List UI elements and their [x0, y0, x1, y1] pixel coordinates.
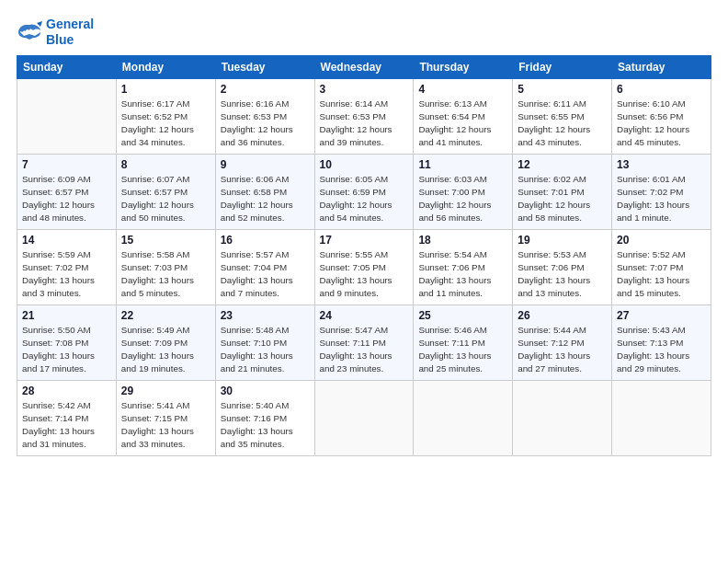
day-number: 28	[22, 385, 111, 397]
page-header: General Blue	[17, 17, 711, 48]
day-info: Sunrise: 5:52 AM Sunset: 7:07 PM Dayligh…	[617, 248, 706, 301]
day-number: 10	[320, 158, 409, 171]
calendar-week-row: 21Sunrise: 5:50 AM Sunset: 7:08 PM Dayli…	[17, 304, 711, 380]
logo-text: General Blue	[46, 17, 94, 48]
day-info: Sunrise: 6:13 AM Sunset: 6:54 PM Dayligh…	[418, 98, 507, 150]
day-info: Sunrise: 5:42 AM Sunset: 7:14 PM Dayligh…	[22, 399, 111, 452]
weekday-header: Friday	[513, 55, 612, 78]
calendar-cell: 10Sunrise: 6:05 AM Sunset: 6:59 PM Dayli…	[314, 154, 414, 229]
day-info: Sunrise: 5:48 AM Sunset: 7:10 PM Dayligh…	[221, 324, 310, 376]
calendar-week-row: 28Sunrise: 5:42 AM Sunset: 7:14 PM Dayli…	[17, 380, 711, 455]
calendar-cell: 22Sunrise: 5:49 AM Sunset: 7:09 PM Dayli…	[116, 304, 215, 380]
calendar-cell: 21Sunrise: 5:50 AM Sunset: 7:08 PM Dayli…	[17, 304, 117, 380]
calendar-week-row: 14Sunrise: 5:59 AM Sunset: 7:02 PM Dayli…	[17, 229, 711, 304]
calendar-cell: 18Sunrise: 5:54 AM Sunset: 7:06 PM Dayli…	[414, 229, 513, 304]
day-number: 18	[418, 234, 507, 247]
day-info: Sunrise: 5:49 AM Sunset: 7:09 PM Dayligh…	[121, 324, 210, 376]
day-info: Sunrise: 6:09 AM Sunset: 6:57 PM Dayligh…	[22, 173, 111, 225]
day-info: Sunrise: 5:40 AM Sunset: 7:16 PM Dayligh…	[221, 399, 310, 452]
weekday-header: Sunday	[17, 55, 117, 78]
day-info: Sunrise: 5:46 AM Sunset: 7:11 PM Dayligh…	[418, 324, 507, 376]
day-number: 8	[121, 158, 210, 171]
day-number: 13	[617, 158, 706, 171]
day-info: Sunrise: 5:55 AM Sunset: 7:05 PM Dayligh…	[320, 248, 409, 301]
day-number: 30	[221, 385, 310, 397]
day-number: 21	[22, 309, 111, 322]
day-number: 17	[320, 234, 409, 247]
calendar-table: SundayMondayTuesdayWednesdayThursdayFrid…	[17, 55, 711, 456]
day-info: Sunrise: 6:01 AM Sunset: 7:02 PM Dayligh…	[617, 173, 706, 225]
day-info: Sunrise: 5:44 AM Sunset: 7:12 PM Dayligh…	[518, 324, 607, 376]
day-number: 29	[121, 385, 210, 397]
calendar-cell: 19Sunrise: 5:53 AM Sunset: 7:06 PM Dayli…	[513, 229, 612, 304]
day-info: Sunrise: 6:11 AM Sunset: 6:55 PM Dayligh…	[518, 98, 607, 150]
calendar-cell: 13Sunrise: 6:01 AM Sunset: 7:02 PM Dayli…	[612, 154, 711, 229]
calendar-week-row: 1Sunrise: 6:17 AM Sunset: 6:52 PM Daylig…	[17, 78, 711, 154]
day-info: Sunrise: 6:03 AM Sunset: 7:00 PM Dayligh…	[418, 173, 507, 225]
day-info: Sunrise: 5:43 AM Sunset: 7:13 PM Dayligh…	[617, 324, 706, 376]
day-number: 11	[418, 158, 507, 171]
day-number: 9	[221, 158, 310, 171]
day-number: 3	[320, 83, 409, 96]
day-info: Sunrise: 5:41 AM Sunset: 7:15 PM Dayligh…	[121, 399, 210, 452]
day-info: Sunrise: 5:59 AM Sunset: 7:02 PM Dayligh…	[22, 248, 111, 301]
svg-marker-0	[37, 21, 42, 27]
day-number: 15	[121, 234, 210, 247]
calendar-cell: 8Sunrise: 6:07 AM Sunset: 6:57 PM Daylig…	[116, 154, 215, 229]
page-container: General Blue SundayMondayTuesdayWednesda…	[0, 0, 728, 465]
calendar-cell: 25Sunrise: 5:46 AM Sunset: 7:11 PM Dayli…	[414, 304, 513, 380]
day-number: 5	[518, 83, 607, 96]
day-info: Sunrise: 6:02 AM Sunset: 7:01 PM Dayligh…	[518, 173, 607, 225]
day-info: Sunrise: 5:47 AM Sunset: 7:11 PM Dayligh…	[320, 324, 409, 376]
weekday-header: Thursday	[414, 55, 513, 78]
calendar-cell: 20Sunrise: 5:52 AM Sunset: 7:07 PM Dayli…	[612, 229, 711, 304]
day-number: 23	[221, 309, 310, 322]
day-number: 22	[121, 309, 210, 322]
calendar-cell: 23Sunrise: 5:48 AM Sunset: 7:10 PM Dayli…	[215, 304, 314, 380]
calendar-cell: 30Sunrise: 5:40 AM Sunset: 7:16 PM Dayli…	[215, 380, 314, 455]
calendar-cell: 27Sunrise: 5:43 AM Sunset: 7:13 PM Dayli…	[612, 304, 711, 380]
day-info: Sunrise: 6:17 AM Sunset: 6:52 PM Dayligh…	[121, 98, 210, 150]
weekday-header: Tuesday	[215, 55, 314, 78]
calendar-cell: 4Sunrise: 6:13 AM Sunset: 6:54 PM Daylig…	[414, 78, 513, 154]
calendar-cell	[17, 78, 117, 154]
calendar-cell: 12Sunrise: 6:02 AM Sunset: 7:01 PM Dayli…	[513, 154, 612, 229]
calendar-cell: 15Sunrise: 5:58 AM Sunset: 7:03 PM Dayli…	[116, 229, 215, 304]
calendar-cell: 5Sunrise: 6:11 AM Sunset: 6:55 PM Daylig…	[513, 78, 612, 154]
day-number: 25	[418, 309, 507, 322]
calendar-cell: 26Sunrise: 5:44 AM Sunset: 7:12 PM Dayli…	[513, 304, 612, 380]
weekday-header: Saturday	[612, 55, 711, 78]
day-number: 24	[320, 309, 409, 322]
calendar-cell: 29Sunrise: 5:41 AM Sunset: 7:15 PM Dayli…	[116, 380, 215, 455]
calendar-cell: 9Sunrise: 6:06 AM Sunset: 6:58 PM Daylig…	[215, 154, 314, 229]
calendar-cell: 6Sunrise: 6:10 AM Sunset: 6:56 PM Daylig…	[612, 78, 711, 154]
calendar-cell: 2Sunrise: 6:16 AM Sunset: 6:53 PM Daylig…	[215, 78, 314, 154]
day-number: 2	[221, 83, 310, 96]
day-number: 7	[22, 158, 111, 171]
calendar-cell: 17Sunrise: 5:55 AM Sunset: 7:05 PM Dayli…	[314, 229, 414, 304]
calendar-cell	[513, 380, 612, 455]
day-info: Sunrise: 5:58 AM Sunset: 7:03 PM Dayligh…	[121, 248, 210, 301]
logo: General Blue	[17, 17, 94, 48]
day-info: Sunrise: 6:14 AM Sunset: 6:53 PM Dayligh…	[320, 98, 409, 150]
day-number: 27	[617, 309, 706, 322]
day-info: Sunrise: 6:07 AM Sunset: 6:57 PM Dayligh…	[121, 173, 210, 225]
day-number: 14	[22, 234, 111, 247]
calendar-cell: 11Sunrise: 6:03 AM Sunset: 7:00 PM Dayli…	[414, 154, 513, 229]
calendar-cell: 7Sunrise: 6:09 AM Sunset: 6:57 PM Daylig…	[17, 154, 117, 229]
day-info: Sunrise: 6:10 AM Sunset: 6:56 PM Dayligh…	[617, 98, 706, 150]
day-number: 20	[617, 234, 706, 247]
day-info: Sunrise: 6:06 AM Sunset: 6:58 PM Dayligh…	[221, 173, 310, 225]
day-info: Sunrise: 5:57 AM Sunset: 7:04 PM Dayligh…	[221, 248, 310, 301]
day-number: 16	[221, 234, 310, 247]
weekday-header: Monday	[116, 55, 215, 78]
day-info: Sunrise: 5:53 AM Sunset: 7:06 PM Dayligh…	[518, 248, 607, 301]
calendar-cell: 28Sunrise: 5:42 AM Sunset: 7:14 PM Dayli…	[17, 380, 117, 455]
calendar-header-row: SundayMondayTuesdayWednesdayThursdayFrid…	[17, 55, 711, 78]
calendar-week-row: 7Sunrise: 6:09 AM Sunset: 6:57 PM Daylig…	[17, 154, 711, 229]
logo-icon	[17, 21, 42, 43]
calendar-cell	[612, 380, 711, 455]
day-number: 26	[518, 309, 607, 322]
day-number: 1	[121, 83, 210, 96]
day-number: 6	[617, 83, 706, 96]
